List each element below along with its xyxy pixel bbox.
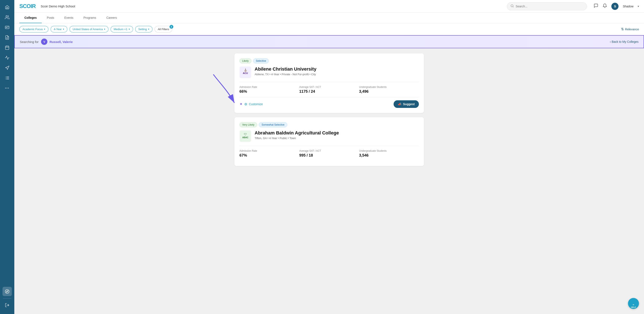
stat-admission-rate: Admission Rate 66% [240,86,299,94]
avatar[interactable]: S [611,3,618,10]
size-filter[interactable]: Medium +1 ▾ [110,26,133,33]
search-banner: Searching for V Russell, Valerie ‹ Back … [14,35,644,48]
stat-value-undergrad: 3,496 [359,89,419,94]
sidebar-item-logout[interactable] [2,300,12,310]
tab-events[interactable]: Events [59,13,78,23]
bell-icon[interactable] [602,3,607,9]
stat-sat-act-2: Average SAT / ACT 995 / 18 [299,149,359,158]
stat-value-admission: 66% [240,89,299,94]
sidebar-item-id[interactable] [2,23,12,32]
suggest-button[interactable]: 📣 Suggest [394,100,419,108]
stat-undergrad-2: Undergraduate Students 3,546 [359,149,419,158]
suggest-icon: 📣 [398,102,402,106]
customize-label: Customize [249,102,263,106]
academic-focus-chevron: ▾ [44,28,45,31]
stat-label-sat-2: Average SAT / ACT [299,149,359,152]
college-tags-abraham: Very Likely Somewhat Selective [240,122,419,127]
sidebar-item-megaphone[interactable] [2,63,12,73]
user-name[interactable]: Shadow [623,5,634,8]
svg-rect-24 [240,131,251,142]
chat-icon[interactable] [594,3,598,9]
tag-likely: Likely [240,58,252,64]
back-to-my-colleges[interactable]: ‹ Back to My Colleges [610,40,638,44]
setting-label: Setting [138,28,147,31]
app-logo: SCOIR [19,3,36,10]
stat-label-undergrad-2: Undergraduate Students [359,149,419,152]
college-card-abraham: Very Likely Somewhat Selective ABAC 🛡 Ab… [234,117,424,166]
student-avatar: V [41,39,48,45]
college-meta-abilene: Abilene, TX • 4-Year • Private - Not For… [254,73,316,76]
search-bar[interactable] [507,2,587,10]
stat-sat-act: Average SAT / ACT 1175 / 24 [299,86,359,94]
suggest-label: Suggest [403,102,415,106]
search-input[interactable] [516,5,583,8]
academic-focus-filter[interactable]: Academic Focus ▾ [19,26,48,33]
all-filters-button[interactable]: All Filters 2 [154,26,172,33]
back-chevron-icon: ‹ [610,40,611,44]
year-chevron: ▾ [63,28,64,31]
back-link-label: Back to My Colleges [612,40,638,44]
size-label: Medium +1 [114,28,128,31]
tag-very-likely: Very Likely [240,122,257,127]
sidebar-item-calendar[interactable] [2,43,12,52]
college-info-abilene: Abilene Christian University Abilene, TX… [254,66,316,76]
sidebar-divider [3,298,11,298]
year-label: 4-Year [54,28,62,31]
svg-text:⛪: ⛪ [244,68,248,72]
help-text: HELP [631,306,636,308]
svg-rect-5 [6,46,9,50]
svg-marker-16 [6,291,8,292]
setting-chevron: ▾ [148,28,149,31]
sparkle-icon: ✦ [240,102,242,106]
sidebar-item-compass[interactable] [2,287,12,296]
stat-label-admission-2: Admission Rate [240,149,299,152]
stat-label-sat: Average SAT / ACT [299,86,359,89]
college-name-abraham: Abraham Baldwin Agricultural College [254,130,339,136]
customize-gear-icon: ⚙ [244,102,247,106]
svg-line-19 [513,7,514,7]
main-content: SCOIR Scoir Demo High School [14,0,644,314]
year-filter[interactable]: 4-Year ▾ [50,26,68,33]
tag-selective: Selective [253,58,269,64]
country-chevron: ▾ [104,28,105,31]
college-logo-abraham: ABAC 🛡 [240,130,251,142]
college-header: ACU ⛪ Abilene Christian University Abile… [240,66,419,78]
sidebar-item-list[interactable] [2,73,12,83]
sidebar-item-people[interactable] [2,13,12,22]
stat-undergrad: Undergraduate Students 3,496 [359,86,419,94]
student-name: Russell, Valerie [50,40,73,44]
tab-programs[interactable]: Programs [78,13,101,23]
academic-focus-label: Academic Focus [22,28,43,31]
college-logo-abilene: ACU ⛪ [240,66,251,78]
sidebar: ••• [0,0,14,314]
svg-text:ACU: ACU [243,72,248,74]
sidebar-item-chart[interactable] [2,53,12,62]
tab-posts[interactable]: Posts [42,13,59,23]
content-area: Likely Selective ACU ⛪ Abilene Christian… [14,48,644,314]
relevance-icon: ⇅ [621,27,624,31]
help-button[interactable]: ∞ HELP [628,298,639,309]
stat-value-sat: 1175 / 24 [299,89,359,94]
relevance-sort[interactable]: ⇅ Relevance [621,27,639,31]
college-header-abraham: ABAC 🛡 Abraham Baldwin Agricultural Coll… [240,130,419,142]
svg-text:🛡: 🛡 [244,133,247,136]
stats-row-abilene: Admission Rate 66% Average SAT / ACT 117… [240,82,419,94]
search-icon [510,4,514,9]
stat-value-sat-2: 995 / 18 [299,153,359,158]
stat-label-admission: Admission Rate [240,86,299,89]
stats-row-abraham: Admission Rate 67% Average SAT / ACT 995… [240,146,419,158]
customize-button[interactable]: ✦ ⚙ Customize [240,102,263,106]
tab-careers[interactable]: Careers [101,13,122,23]
college-card-abilene: Likely Selective ACU ⛪ Abilene Christian… [234,53,424,113]
tab-colleges[interactable]: Colleges [19,13,42,23]
header-actions: S Shadow ▾ [594,3,639,10]
stat-value-admission-2: 67% [240,153,299,158]
sidebar-item-document[interactable] [2,33,12,42]
sidebar-item-more[interactable]: ••• [2,84,12,93]
sidebar-item-home[interactable] [2,3,12,12]
size-chevron: ▾ [129,28,130,31]
svg-point-0 [6,16,7,17]
user-menu-chevron[interactable]: ▾ [638,5,639,8]
setting-filter[interactable]: Setting ▾ [135,26,152,33]
country-filter[interactable]: United States of America ▾ [70,26,108,33]
